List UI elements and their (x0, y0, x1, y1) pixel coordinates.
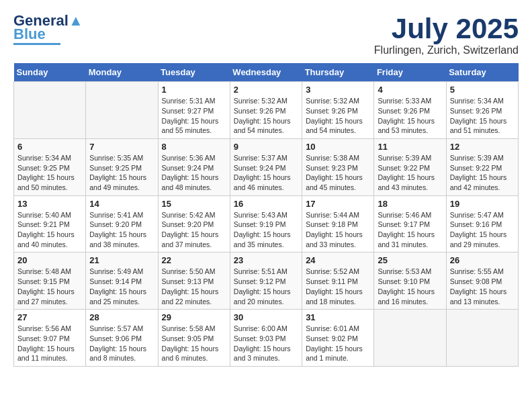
day-info: Sunrise: 5:52 AM Sunset: 9:11 PM Dayligh… (306, 267, 370, 306)
day-info: Sunrise: 5:37 AM Sunset: 9:24 PM Dayligh… (234, 153, 298, 193)
calendar-cell: 15Sunrise: 5:42 AM Sunset: 9:20 PM Dayli… (158, 195, 230, 253)
day-info: Sunrise: 5:47 AM Sunset: 9:16 PM Dayligh… (450, 210, 515, 250)
day-info: Sunrise: 6:00 AM Sunset: 9:03 PM Dayligh… (234, 324, 298, 363)
month-title: July 2025 (374, 13, 519, 44)
logo-line (13, 43, 60, 45)
week-row-5: 27Sunrise: 5:56 AM Sunset: 9:07 PM Dayli… (14, 310, 519, 367)
day-info: Sunrise: 5:38 AM Sunset: 9:23 PM Dayligh… (306, 153, 370, 193)
day-info: Sunrise: 5:32 AM Sunset: 9:26 PM Dayligh… (306, 96, 370, 136)
calendar-cell: 12Sunrise: 5:39 AM Sunset: 9:22 PM Dayli… (446, 138, 518, 195)
day-number: 8 (162, 142, 226, 152)
day-info: Sunrise: 5:34 AM Sunset: 9:26 PM Dayligh… (450, 96, 515, 136)
day-info: Sunrise: 5:46 AM Sunset: 9:17 PM Dayligh… (378, 210, 442, 250)
day-info: Sunrise: 5:39 AM Sunset: 9:22 PM Dayligh… (378, 153, 442, 193)
day-number: 29 (162, 312, 226, 322)
weekday-header-tuesday: Tuesday (158, 63, 230, 82)
calendar-cell: 24Sunrise: 5:52 AM Sunset: 9:11 PM Dayli… (302, 253, 374, 310)
day-info: Sunrise: 5:41 AM Sunset: 9:20 PM Dayligh… (89, 210, 154, 250)
calendar-cell: 17Sunrise: 5:44 AM Sunset: 9:18 PM Dayli… (302, 195, 374, 253)
day-info: Sunrise: 5:53 AM Sunset: 9:10 PM Dayligh… (378, 267, 442, 306)
day-number: 20 (17, 255, 82, 265)
calendar-cell: 11Sunrise: 5:39 AM Sunset: 9:22 PM Dayli… (374, 138, 446, 195)
day-info: Sunrise: 5:50 AM Sunset: 9:13 PM Dayligh… (162, 267, 226, 306)
week-row-4: 20Sunrise: 5:48 AM Sunset: 9:15 PM Dayli… (14, 253, 519, 310)
day-info: Sunrise: 5:48 AM Sunset: 9:15 PM Dayligh… (17, 267, 82, 306)
calendar-cell: 25Sunrise: 5:53 AM Sunset: 9:10 PM Dayli… (374, 253, 446, 310)
calendar-cell: 26Sunrise: 5:55 AM Sunset: 9:08 PM Dayli… (446, 253, 518, 310)
calendar-cell (14, 82, 86, 139)
day-info: Sunrise: 5:49 AM Sunset: 9:14 PM Dayligh… (89, 267, 154, 306)
logo-blue-text: Blue (13, 27, 46, 42)
calendar-cell: 22Sunrise: 5:50 AM Sunset: 9:13 PM Dayli… (158, 253, 230, 310)
calendar-cell: 21Sunrise: 5:49 AM Sunset: 9:14 PM Dayli… (86, 253, 158, 310)
day-number: 9 (234, 142, 298, 152)
calendar-cell: 31Sunrise: 6:01 AM Sunset: 9:02 PM Dayli… (302, 310, 374, 367)
calendar-cell: 20Sunrise: 5:48 AM Sunset: 9:15 PM Dayli… (14, 253, 86, 310)
day-number: 4 (378, 85, 442, 95)
calendar-table: SundayMondayTuesdayWednesdayThursdayFrid… (13, 63, 519, 367)
day-number: 3 (306, 85, 370, 95)
weekday-header-friday: Friday (374, 63, 446, 82)
day-number: 2 (234, 85, 298, 95)
calendar-cell: 18Sunrise: 5:46 AM Sunset: 9:17 PM Dayli… (374, 195, 446, 253)
day-info: Sunrise: 6:01 AM Sunset: 9:02 PM Dayligh… (306, 324, 370, 363)
day-number: 31 (306, 312, 370, 322)
day-number: 28 (89, 312, 154, 322)
day-number: 26 (450, 255, 515, 265)
location: Flurlingen, Zurich, Switzerland (374, 44, 519, 56)
title-block: July 2025 Flurlingen, Zurich, Switzerlan… (374, 13, 519, 56)
weekday-header-saturday: Saturday (446, 63, 518, 82)
week-row-1: 1Sunrise: 5:31 AM Sunset: 9:27 PM Daylig… (14, 82, 519, 139)
calendar-cell: 3Sunrise: 5:32 AM Sunset: 9:26 PM Daylig… (302, 82, 374, 139)
calendar-cell (374, 310, 446, 367)
weekday-header-thursday: Thursday (302, 63, 374, 82)
day-number: 17 (306, 199, 370, 209)
calendar-cell (446, 310, 518, 367)
calendar-cell: 16Sunrise: 5:43 AM Sunset: 9:19 PM Dayli… (230, 195, 302, 253)
calendar-cell: 27Sunrise: 5:56 AM Sunset: 9:07 PM Dayli… (14, 310, 86, 367)
calendar-cell: 28Sunrise: 5:57 AM Sunset: 9:06 PM Dayli… (86, 310, 158, 367)
week-row-2: 6Sunrise: 5:34 AM Sunset: 9:25 PM Daylig… (14, 138, 519, 195)
day-number: 11 (378, 142, 442, 152)
day-info: Sunrise: 5:40 AM Sunset: 9:21 PM Dayligh… (17, 210, 82, 250)
day-info: Sunrise: 5:44 AM Sunset: 9:18 PM Dayligh… (306, 210, 370, 250)
calendar-cell: 6Sunrise: 5:34 AM Sunset: 9:25 PM Daylig… (14, 138, 86, 195)
day-info: Sunrise: 5:42 AM Sunset: 9:20 PM Dayligh… (162, 210, 226, 250)
weekday-header-monday: Monday (86, 63, 158, 82)
day-info: Sunrise: 5:43 AM Sunset: 9:19 PM Dayligh… (234, 210, 298, 250)
day-info: Sunrise: 5:32 AM Sunset: 9:26 PM Dayligh… (234, 96, 298, 136)
day-number: 6 (17, 142, 82, 152)
day-info: Sunrise: 5:56 AM Sunset: 9:07 PM Dayligh… (17, 324, 82, 363)
day-number: 30 (234, 312, 298, 322)
day-number: 15 (162, 199, 226, 209)
day-number: 16 (234, 199, 298, 209)
day-number: 23 (234, 255, 298, 265)
day-number: 1 (162, 85, 226, 95)
calendar-cell: 14Sunrise: 5:41 AM Sunset: 9:20 PM Dayli… (86, 195, 158, 253)
calendar-cell: 1Sunrise: 5:31 AM Sunset: 9:27 PM Daylig… (158, 82, 230, 139)
day-info: Sunrise: 5:33 AM Sunset: 9:26 PM Dayligh… (378, 96, 442, 136)
day-number: 25 (378, 255, 442, 265)
day-info: Sunrise: 5:58 AM Sunset: 9:05 PM Dayligh… (162, 324, 226, 363)
day-number: 27 (17, 312, 82, 322)
calendar-cell: 5Sunrise: 5:34 AM Sunset: 9:26 PM Daylig… (446, 82, 518, 139)
calendar-cell (86, 82, 158, 139)
calendar-cell: 9Sunrise: 5:37 AM Sunset: 9:24 PM Daylig… (230, 138, 302, 195)
day-number: 18 (378, 199, 442, 209)
calendar-cell: 23Sunrise: 5:51 AM Sunset: 9:12 PM Dayli… (230, 253, 302, 310)
weekday-header-row: SundayMondayTuesdayWednesdayThursdayFrid… (14, 63, 519, 82)
day-info: Sunrise: 5:34 AM Sunset: 9:25 PM Dayligh… (17, 153, 82, 193)
day-info: Sunrise: 5:35 AM Sunset: 9:25 PM Dayligh… (89, 153, 154, 193)
calendar-cell: 30Sunrise: 6:00 AM Sunset: 9:03 PM Dayli… (230, 310, 302, 367)
day-info: Sunrise: 5:55 AM Sunset: 9:08 PM Dayligh… (450, 267, 515, 306)
calendar-cell: 8Sunrise: 5:36 AM Sunset: 9:24 PM Daylig… (158, 138, 230, 195)
calendar-cell: 7Sunrise: 5:35 AM Sunset: 9:25 PM Daylig… (86, 138, 158, 195)
day-number: 5 (450, 85, 515, 95)
calendar-cell: 19Sunrise: 5:47 AM Sunset: 9:16 PM Dayli… (446, 195, 518, 253)
calendar-cell: 4Sunrise: 5:33 AM Sunset: 9:26 PM Daylig… (374, 82, 446, 139)
day-number: 19 (450, 199, 515, 209)
weekday-header-wednesday: Wednesday (230, 63, 302, 82)
week-row-3: 13Sunrise: 5:40 AM Sunset: 9:21 PM Dayli… (14, 195, 519, 253)
day-info: Sunrise: 5:39 AM Sunset: 9:22 PM Dayligh… (450, 153, 515, 193)
day-info: Sunrise: 5:36 AM Sunset: 9:24 PM Dayligh… (162, 153, 226, 193)
